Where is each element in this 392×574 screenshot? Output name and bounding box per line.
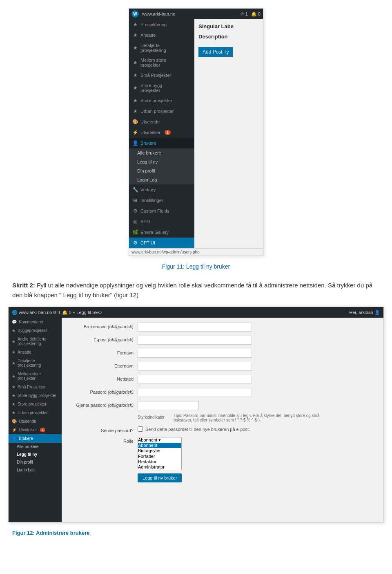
wp-layout: ★ Prosjektering ★ Ansatte ★ Detaljertepr…	[129, 19, 263, 248]
description-label: Description	[198, 34, 259, 40]
nettsted-label: Nettsted	[68, 375, 134, 381]
sidebar-item-verktoy[interactable]: 🔧 Verktøy	[129, 184, 194, 195]
role-option-administrator[interactable]: Administrator	[138, 464, 181, 470]
top-screenshot-container: W www.arki-ban.no ⟳ 1 🔔 0 ★ Prosjekterin…	[0, 0, 392, 260]
sidebar-item-detaljerte[interactable]: ★ Detaljerteprosjektering	[129, 40, 194, 55]
utvidelser-icon: ⚡	[12, 428, 17, 432]
sidebar-label: Ansatte	[18, 350, 31, 354]
sidebar-label: Store byggprosjekter	[140, 83, 162, 93]
submenu-legg-til-ny[interactable]: Legg til ny	[129, 157, 194, 166]
sidebar-item-ansatte[interactable]: ★ Ansatte	[129, 30, 194, 40]
singular-label: Singular Labe	[198, 23, 259, 29]
sma-icon: ★	[12, 385, 16, 389]
form-screenshot: 🌐 www.arki-ban.no ⟳ 1 🔔 0 + Legg til SEO…	[8, 307, 384, 522]
sidebar-label: Kommentarer	[19, 320, 44, 324]
sidebar-label: Ansatte	[140, 33, 156, 38]
form-sidebar-mellom[interactable]: ★ Mellom store prosjekter	[9, 370, 62, 383]
role-option-redaktor[interactable]: Redaktør	[138, 459, 181, 464]
send-password-checkbox[interactable]	[138, 426, 143, 432]
epost-input[interactable]	[138, 336, 252, 345]
passord-label: Passord (obligatorisk)	[68, 388, 134, 395]
role-option-abonnent[interactable]: Abonnent	[138, 443, 181, 448]
updates-icon: ⟳ 1	[241, 11, 248, 17]
sidebar-label: Brukere	[140, 141, 156, 146]
nettsted-input[interactable]	[138, 375, 252, 384]
form-sidebar-legg-til-ny[interactable]: Legg til ny	[9, 451, 62, 458]
gjenta-passord-input[interactable]	[138, 401, 199, 410]
rolle-select[interactable]: Abonnent ▾ Abonnent Bidragsyter Forfatte…	[138, 437, 182, 470]
sidebar-label: Innstillinger	[140, 198, 163, 203]
submenu-login-log[interactable]: Login Log	[129, 175, 194, 184]
strength-hint: Tips: Passord bør minst inneholde sju te…	[174, 412, 337, 422]
etternavn-label: Etternavn	[68, 362, 134, 368]
sidebar-item-store-bygg[interactable]: ★ Store byggprosjekter	[129, 81, 194, 95]
sidebar-item-innstillinger[interactable]: ⊞ Innstillinger	[129, 195, 194, 206]
add-post-type-button[interactable]: Add Post Ty	[198, 47, 233, 57]
submenu-alle-brukere[interactable]: Alle brukere	[129, 148, 194, 157]
innstillinger-icon: ⊞	[132, 197, 138, 203]
sidebar-label: Urban prosjekter	[140, 109, 174, 114]
form-sidebar-andre-detaljerte[interactable]: ★ Andre detaljerte prosjektering	[9, 335, 62, 348]
sidebar-item-store[interactable]: ★ Store prosjekter	[129, 95, 194, 106]
form-sidebar-utvidelser[interactable]: ⚡ Utvidelser 1	[9, 426, 62, 434]
bottom-screenshot-container: 🌐 www.arki-ban.no ⟳ 1 🔔 0 + Legg til SEO…	[0, 307, 392, 527]
body-text: Skritt 2: Fyll ut alle nødvendige opplys…	[0, 276, 392, 307]
form-sidebar-byggeprosjekter[interactable]: ★ Byggeprosjekter	[9, 326, 62, 335]
form-sidebar-sma[interactable]: ★ Små Prosjekter	[9, 383, 62, 391]
form-sidebar-din-profil[interactable]: Din profil	[9, 458, 62, 466]
form-main: Brukernavn (obligatorisk) E-post (obliga…	[62, 318, 383, 522]
sidebar-item-custom-fields[interactable]: ⚙ Custom Fields	[129, 206, 194, 216]
rolle-label: Rolle	[68, 437, 134, 444]
sidebar-label: Utseende	[19, 419, 36, 424]
sidebar-item-seo[interactable]: ◎ SEO	[129, 216, 194, 227]
sidebar-item-urban[interactable]: ★ Urban prosjekter	[129, 106, 194, 117]
sidebar-label: Små Prosjekter	[18, 385, 45, 389]
sidebar-item-utseende[interactable]: 🎨 Utseende	[129, 117, 194, 127]
sidebar-item-cpt-ui[interactable]: ⚙ CPT UI	[129, 238, 194, 248]
role-option-abonnent-header[interactable]: Abonnent ▾	[138, 437, 181, 443]
passord-input[interactable]	[138, 388, 252, 397]
form-sidebar-ansatte[interactable]: ★ Ansatte	[9, 348, 62, 357]
sidebar-label: Detaljerteprosjektering	[140, 43, 166, 53]
brukernavn-input[interactable]	[138, 323, 252, 332]
sidebar-label: Andre detaljerte prosjektering	[18, 337, 58, 346]
form-sidebar-login-log[interactable]: Login Log	[9, 466, 62, 474]
body-description: Fyll ut alle nødvendige opplysninger og …	[12, 282, 372, 298]
sidebar-label: CPT UI	[140, 240, 155, 245]
strength-row: Styrkeindikator Tips: Passord bør minst …	[138, 412, 377, 422]
submenu-din-profil[interactable]: Din profil	[129, 166, 194, 175]
brukernavn-label: Brukernavn (obligatorisk)	[68, 323, 134, 329]
form-sidebar-store-bygg[interactable]: ★ Store bygg prosjekter	[9, 391, 62, 400]
form-sidebar-utseende[interactable]: 🎨 Utseende	[9, 417, 62, 426]
sidebar-item-utvidelser[interactable]: ⚡ Utvidelser 1	[129, 127, 194, 138]
form-layout: 💬 Kommentarer ★ Byggeprosjekter ★ Andre …	[9, 318, 383, 522]
legg-til-ny-bruker-button[interactable]: Legg til ny bruker	[138, 473, 182, 482]
sidebar-item-brukere[interactable]: 👤 Brukere	[129, 138, 194, 148]
form-sidebar-urban[interactable]: ★ Urban prosjekter	[9, 408, 62, 417]
sidebar-label: Envira Gallery	[140, 230, 169, 235]
store-bygg-icon: ★	[132, 85, 138, 91]
comments-icon: 🔔 0	[251, 11, 261, 17]
etternavn-input[interactable]	[138, 362, 252, 371]
sidebar-item-mellom[interactable]: ★ Mellom storeprosjekter	[129, 55, 194, 70]
step-label: Skritt 2:	[12, 282, 35, 289]
form-sidebar-store[interactable]: ★ Store prosjekter	[9, 400, 62, 408]
sidebar-item-sma[interactable]: ★ Små Prosjekter	[129, 70, 194, 81]
sma-icon: ★	[132, 72, 138, 78]
fornavn-label: Fornavn	[68, 349, 134, 355]
form-sidebar-brukere[interactable]: 👤 Brukere	[9, 434, 62, 443]
ansatte-icon: ★	[132, 32, 138, 38]
send-password-wrapper: Send dette passordet til den nye brukere…	[138, 426, 250, 432]
form-row-gjenta-passord: Gjenta passord (obligatorisk) Styrkeindi…	[68, 401, 377, 422]
utseende-icon: 🎨	[12, 419, 17, 424]
role-option-bidragsyter[interactable]: Bidragsyter	[138, 448, 181, 453]
sidebar-item-envira[interactable]: 🌿 Envira Gallery	[129, 227, 194, 238]
form-sidebar-detaljerte[interactable]: ★ Detaljerte prosjektering	[9, 357, 62, 370]
fornavn-input[interactable]	[138, 349, 252, 358]
sidebar-item-prosjektering[interactable]: ★ Prosjektering	[129, 19, 194, 30]
form-sidebar-kommentarer[interactable]: 💬 Kommentarer	[9, 318, 62, 326]
sidebar-label: SEO	[140, 219, 150, 224]
role-option-forfatter[interactable]: Forfatter	[138, 454, 181, 459]
form-sidebar-alle-brukere[interactable]: Alle brukere	[9, 443, 62, 451]
urban-icon: ★	[132, 108, 138, 114]
